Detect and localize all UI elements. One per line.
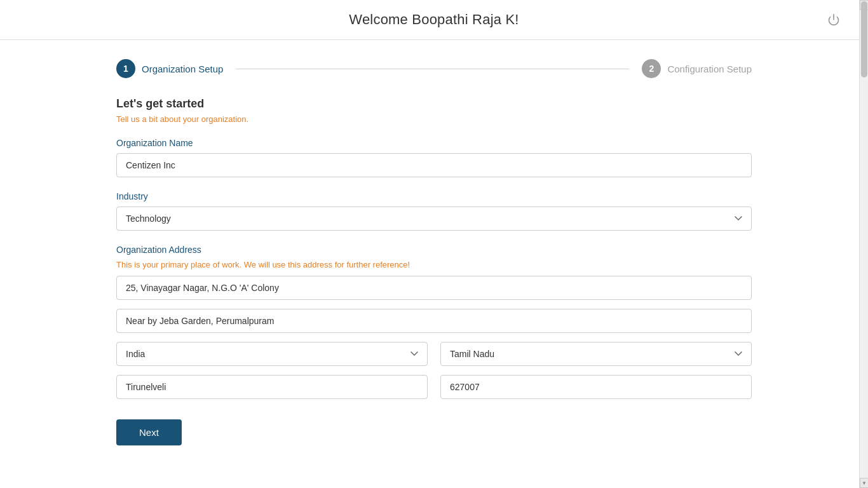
city-zip-row [116, 375, 752, 399]
section-subtitle: Tell us a bit about your organization. [116, 114, 752, 124]
step-2-label: Configuration Setup [667, 64, 752, 74]
address-line1-input[interactable] [116, 276, 752, 300]
step-line [236, 69, 629, 69]
address-line2-wrapper [116, 309, 752, 333]
scrollbar: ▲ ▼ [859, 0, 868, 488]
industry-group: Industry Technology Healthcare Finance E… [116, 191, 752, 231]
state-select[interactable]: Tamil Nadu Karnataka Maharashtra Delhi K… [440, 342, 752, 366]
intro-section: Let's get started Tell us a bit about yo… [116, 97, 752, 124]
address-subtitle: This is your primary place of work. We w… [116, 260, 752, 269]
step-2: 2 Configuration Setup [642, 59, 752, 78]
industry-select-wrapper: Technology Healthcare Finance Education … [116, 207, 752, 231]
step-2-circle: 2 [642, 59, 661, 78]
header: Welcome Boopathi Raja K! [0, 0, 868, 40]
city-input[interactable] [116, 375, 428, 399]
address-line1-wrapper [116, 276, 752, 300]
step-1: 1 Organization Setup [116, 59, 223, 78]
country-state-row: India USA UK Canada Australia Tamil Nadu… [116, 342, 752, 366]
content-area: 1 Organization Setup 2 Configuration Set… [91, 40, 777, 471]
org-name-input[interactable] [116, 153, 752, 177]
address-group: Organization Address This is your primar… [116, 245, 752, 399]
zip-input[interactable] [440, 375, 752, 399]
power-icon[interactable] [825, 11, 843, 29]
state-select-wrapper: Tamil Nadu Karnataka Maharashtra Delhi K… [440, 342, 752, 366]
step-1-circle: 1 [116, 59, 135, 78]
org-name-group: Organization Name [116, 138, 752, 177]
scrollbar-thumb[interactable] [861, 1, 867, 78]
section-heading: Let's get started [116, 97, 752, 111]
org-name-label: Organization Name [116, 138, 752, 148]
industry-select[interactable]: Technology Healthcare Finance Education … [116, 207, 752, 231]
country-select-wrapper: India USA UK Canada Australia [116, 342, 428, 366]
address-line2-input[interactable] [116, 309, 752, 333]
stepper: 1 Organization Setup 2 Configuration Set… [116, 59, 752, 78]
page-wrapper: Welcome Boopathi Raja K! 1 Organization … [0, 0, 868, 488]
address-label: Organization Address [116, 245, 752, 255]
industry-label: Industry [116, 191, 752, 201]
step-1-label: Organization Setup [142, 64, 223, 74]
page-title: Welcome Boopathi Raja K! [349, 11, 519, 28]
scrollbar-down-arrow[interactable]: ▼ [860, 478, 868, 488]
country-select[interactable]: India USA UK Canada Australia [116, 342, 428, 366]
next-button[interactable]: Next [116, 419, 182, 445]
